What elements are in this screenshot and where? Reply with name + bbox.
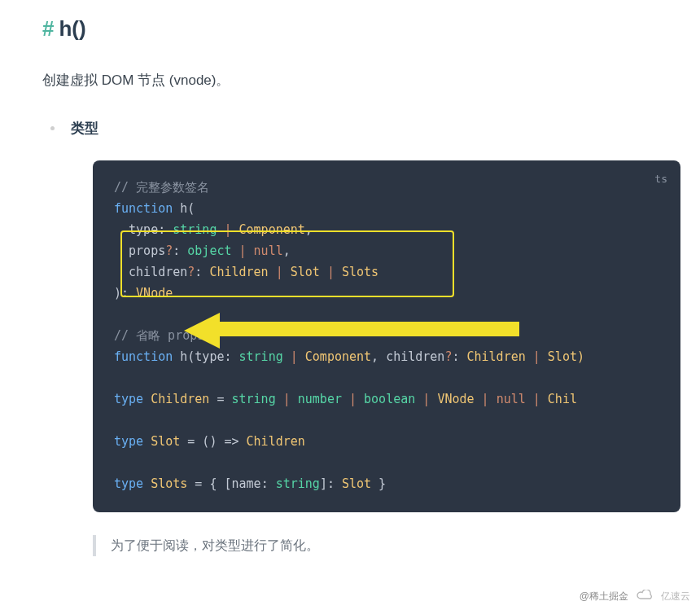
code-language-tag: ts <box>654 169 667 190</box>
bullet-icon <box>50 126 55 130</box>
intro-paragraph: 创建虚拟 DOM 节点 (vnode)。 <box>42 69 658 91</box>
code-comment: // 完整参数签名 <box>114 180 209 195</box>
credit-juejin: @稀土掘金 <box>580 590 628 603</box>
code-block: ts // 完整参数签名 function h( type: string | … <box>93 160 680 512</box>
cloud-icon <box>637 590 653 603</box>
footer-watermark: @稀土掘金 亿速云 <box>580 590 690 603</box>
heading-anchor-hash: # <box>42 16 54 41</box>
page-title: #h() <box>42 16 658 42</box>
section-label: 类型 <box>71 119 98 138</box>
section-item: 类型 <box>42 119 658 138</box>
heading-text: h() <box>59 16 85 41</box>
note-blockquote: 为了便于阅读，对类型进行了简化。 <box>93 535 658 556</box>
credit-yisu: 亿速云 <box>661 590 690 603</box>
code-comment: // 省略 props <box>114 328 204 343</box>
